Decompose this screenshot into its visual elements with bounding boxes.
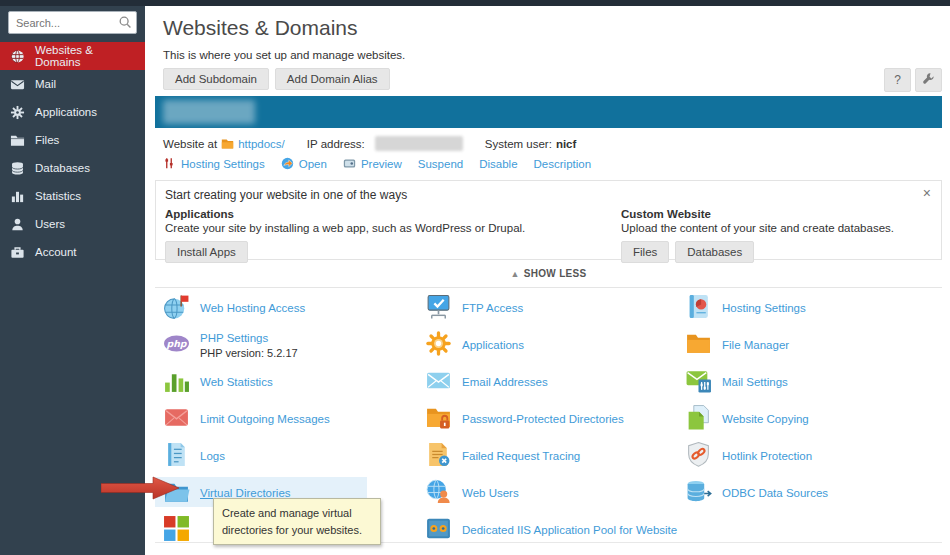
action-link[interactable]: Preview bbox=[361, 158, 402, 170]
tool-link[interactable]: Hosting Settings bbox=[722, 302, 806, 314]
domain-banner bbox=[155, 96, 942, 128]
hosting-settings-panel-icon bbox=[685, 293, 712, 320]
action-link[interactable]: Description bbox=[534, 158, 592, 170]
chevron-up-icon: ▲ bbox=[511, 269, 520, 279]
sidebar-item-label: Account bbox=[35, 246, 77, 258]
sidebar-item-label: Mail bbox=[35, 78, 56, 90]
web-deploy-icon bbox=[163, 515, 190, 542]
tool-applications[interactable]: Applications bbox=[425, 325, 685, 362]
web-users-icon bbox=[425, 478, 452, 505]
search-box bbox=[8, 11, 137, 34]
tool-link[interactable]: Mail Settings bbox=[722, 376, 788, 388]
folder-icon bbox=[10, 133, 25, 148]
custom-website-heading: Custom Website bbox=[621, 208, 941, 220]
tool-link[interactable]: PHP Settings bbox=[200, 332, 268, 344]
search-icon[interactable] bbox=[118, 15, 132, 29]
tool-link[interactable]: FTP Access bbox=[462, 302, 523, 314]
tool-website-copying[interactable]: Website Copying bbox=[685, 399, 940, 436]
tool-web-statistics[interactable]: Web Statistics bbox=[163, 362, 415, 399]
tool-failed-request-tracing[interactable]: Failed Request Tracing bbox=[425, 436, 685, 473]
mail-icon bbox=[10, 77, 25, 92]
tool-link[interactable]: Logs bbox=[200, 450, 225, 462]
globe-icon bbox=[10, 49, 25, 64]
tool-mail-settings[interactable]: Mail Settings bbox=[685, 362, 940, 399]
applications-icon bbox=[425, 330, 452, 357]
user-icon bbox=[10, 217, 25, 232]
tools-column-3: Hosting SettingsFile ManagerMail Setting… bbox=[685, 288, 940, 510]
sidebar: Websites & DomainsMailApplicationsFilesD… bbox=[0, 0, 145, 555]
sidebar-menu: Websites & DomainsMailApplicationsFilesD… bbox=[0, 42, 145, 266]
action-link[interactable]: Hosting Settings bbox=[181, 158, 265, 170]
sidebar-item-databases[interactable]: Databases bbox=[0, 154, 145, 182]
stats-icon bbox=[10, 189, 25, 204]
action-description[interactable]: Description bbox=[534, 158, 592, 170]
sidebar-item-users[interactable]: Users bbox=[0, 210, 145, 238]
help-button[interactable]: ? bbox=[884, 68, 911, 92]
tool-link[interactable]: Web Users bbox=[462, 487, 519, 499]
domain-actions-row: Hosting SettingsOpenPreviewSuspendDisabl… bbox=[163, 157, 591, 170]
tool-link[interactable]: Failed Request Tracing bbox=[462, 450, 580, 462]
page-subtitle: This is where you set up and manage webs… bbox=[163, 49, 405, 61]
tool-link[interactable]: ODBC Data Sources bbox=[722, 487, 828, 499]
add-subdomain-button[interactable]: Add Subdomain bbox=[163, 68, 269, 90]
custom-website-option: Custom Website Upload the content of you… bbox=[621, 208, 941, 263]
main-content: Websites & Domains This is where you set… bbox=[145, 6, 950, 555]
tool-password-protected-directories[interactable]: Password-Protected Directories bbox=[425, 399, 685, 436]
tool-link[interactable]: Applications bbox=[462, 339, 524, 351]
sidebar-item-mail[interactable]: Mail bbox=[0, 70, 145, 98]
tool-limit-outgoing-messages[interactable]: Limit Outgoing Messages bbox=[163, 399, 415, 436]
custom-website-description: Upload the content of your site and crea… bbox=[621, 222, 941, 234]
ip-address-label: IP address: bbox=[307, 138, 365, 150]
webroot-link[interactable]: httpdocs/ bbox=[238, 138, 285, 150]
tool-web-hosting-access[interactable]: Web Hosting Access bbox=[163, 288, 415, 325]
system-user-label: System user: bbox=[485, 138, 552, 150]
add-domain-alias-button[interactable]: Add Domain Alias bbox=[275, 68, 390, 90]
limit-outgoing-icon bbox=[163, 404, 190, 431]
action-suspend[interactable]: Suspend bbox=[418, 158, 463, 170]
php-icon: php bbox=[163, 330, 190, 357]
tools-button[interactable] bbox=[915, 68, 942, 92]
sidebar-item-label: Users bbox=[35, 218, 65, 230]
action-link[interactable]: Open bbox=[299, 158, 327, 170]
iis-pool-icon bbox=[425, 515, 452, 542]
tool-logs[interactable]: Logs bbox=[163, 436, 415, 473]
sidebar-item-account[interactable]: Account bbox=[0, 238, 145, 266]
tool-link[interactable]: Hotlink Protection bbox=[722, 450, 812, 462]
getting-started-panel: Start creating your website in one of th… bbox=[155, 180, 942, 260]
tool-link[interactable]: Limit Outgoing Messages bbox=[200, 413, 330, 425]
tool-link[interactable]: File Manager bbox=[722, 339, 789, 351]
sidebar-item-files[interactable]: Files bbox=[0, 126, 145, 154]
tool-link[interactable]: Dedicated IIS Application Pool for Websi… bbox=[462, 524, 677, 536]
toolbar-right: ? bbox=[884, 68, 942, 92]
tool-email-addresses[interactable]: Email Addresses bbox=[425, 362, 685, 399]
action-hosting-settings[interactable]: Hosting Settings bbox=[163, 157, 265, 170]
sidebar-item-applications[interactable]: Applications bbox=[0, 98, 145, 126]
tool-odbc-data-sources[interactable]: ODBC Data Sources bbox=[685, 473, 940, 510]
sidebar-item-statistics[interactable]: Statistics bbox=[0, 182, 145, 210]
sidebar-item-websites-domains[interactable]: Websites & Domains bbox=[0, 42, 145, 70]
tool-link[interactable]: Website Copying bbox=[722, 413, 809, 425]
hotlink-protection-icon bbox=[685, 441, 712, 468]
tools-column-2: FTP AccessApplicationsEmail AddressesPas… bbox=[425, 288, 685, 547]
action-open[interactable]: Open bbox=[281, 157, 327, 170]
close-icon[interactable]: × bbox=[923, 186, 931, 200]
applications-heading: Applications bbox=[165, 208, 595, 220]
tool-hotlink-protection[interactable]: Hotlink Protection bbox=[685, 436, 940, 473]
system-user-value: nicf bbox=[556, 138, 576, 150]
tool-link[interactable]: Password-Protected Directories bbox=[462, 413, 624, 425]
action-preview[interactable]: Preview bbox=[343, 157, 402, 170]
tool-php-settings[interactable]: phpPHP SettingsPHP version: 5.2.17 bbox=[163, 325, 415, 362]
tool-link[interactable]: Web Hosting Access bbox=[200, 302, 305, 314]
show-less-toggle[interactable]: ▲SHOW LESS bbox=[155, 260, 942, 288]
wrench-icon bbox=[922, 72, 935, 88]
tool-link[interactable]: Email Addresses bbox=[462, 376, 548, 388]
tool-link[interactable]: Web Statistics bbox=[200, 376, 273, 388]
tool-hosting-settings[interactable]: Hosting Settings bbox=[685, 288, 940, 325]
action-link[interactable]: Suspend bbox=[418, 158, 463, 170]
action-link[interactable]: Disable bbox=[479, 158, 517, 170]
action-disable[interactable]: Disable bbox=[479, 158, 517, 170]
ftp-access-icon bbox=[425, 293, 452, 320]
tool-ftp-access[interactable]: FTP Access bbox=[425, 288, 685, 325]
tool-file-manager[interactable]: File Manager bbox=[685, 325, 940, 362]
tool-web-users[interactable]: Web Users bbox=[425, 473, 685, 510]
